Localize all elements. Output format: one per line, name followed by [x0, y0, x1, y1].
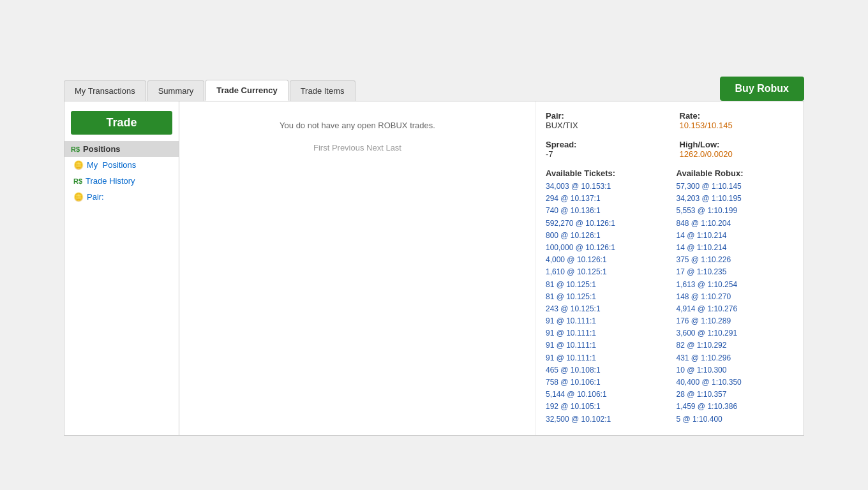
available-robux-header: Available Robux:: [677, 168, 795, 178]
ticket-order-item: 294 @ 10.137:1: [546, 193, 664, 205]
spread-col: Spread: -7: [546, 140, 661, 159]
sidebar: Trade R$ Positions 🪙 My Positions R$ Tra…: [64, 101, 179, 435]
sidebar-item-tix-trade-history[interactable]: 🪙 Pair:: [64, 189, 179, 205]
robux-icon: R$: [71, 145, 80, 153]
robux-order-item: 57,300 @ 1:10.145: [677, 181, 795, 193]
tickets-orders-list: 34,003 @ 10.153:1294 @ 10.137:1740 @ 10.…: [546, 181, 664, 426]
robux-order-item: 82 @ 1:10.292: [677, 339, 795, 352]
robux-order-item: 10 @ 1:10.300: [677, 364, 795, 376]
ticket-order-item: 1,610 @ 10.125:1: [546, 266, 664, 278]
robux-order-item: 14 @ 1:10.214: [677, 242, 795, 254]
robux-orders-list: 57,300 @ 1:10.14534,203 @ 1:10.1955,553 …: [677, 181, 795, 426]
robux-col: Available Robux: 57,300 @ 1:10.14534,203…: [677, 168, 795, 426]
robux-order-item: 17 @ 1:10.235: [677, 266, 795, 278]
high-low-value: 1262.0/0.0020: [680, 149, 795, 159]
robux-order-item: 3,600 @ 1:10.291: [677, 327, 795, 339]
robux-positions-header: R$ Positions: [64, 141, 179, 157]
tickets-col: Available Tickets: 34,003 @ 10.153:1294 …: [546, 168, 664, 426]
ticket-order-item: 243 @ 10.125:1: [546, 303, 664, 315]
ticket-order-item: 100,000 @ 10.126:1: [546, 242, 664, 254]
ticket-order-item: 91 @ 10.111:1: [546, 352, 664, 364]
robux-order-item: 176 @ 1:10.289: [677, 315, 795, 327]
robux-order-item: 4,914 @ 1:10.276: [677, 303, 795, 315]
ticket-order-item: 32,500 @ 10.102:1: [546, 413, 664, 426]
high-low-label: High/Low:: [680, 140, 795, 149]
robux-order-item: 431 @ 1:10.296: [677, 352, 795, 364]
tabs-left: My Transactions Summary Trade Currency T…: [64, 80, 355, 101]
rate-col: Rate: 10.153/10.145: [680, 111, 795, 130]
ticket-order-item: 91 @ 10.111:1: [546, 339, 664, 352]
market-panel: Pair: BUX/TIX Rate: 10.153/10.145 Spread…: [535, 101, 804, 435]
no-trades-message: You do not have any open ROBUX trades.: [189, 111, 526, 140]
robux-order-item: 40,400 @ 1:10.350: [677, 376, 795, 389]
high-low-col: High/Low: 1262.0/0.0020: [680, 140, 795, 159]
rate-label: Rate:: [680, 111, 795, 121]
pair-col: Pair: BUX/TIX: [546, 111, 661, 130]
robux-order-item: 375 @ 1:10.226: [677, 254, 795, 266]
pair-label: Pair:: [546, 111, 661, 121]
content-area: Trade R$ Positions 🪙 My Positions R$ Tra…: [64, 101, 804, 436]
ticket-order-item: 465 @ 10.108:1: [546, 364, 664, 376]
robux-trade-history-label: Trade History: [86, 176, 135, 186]
robux-order-item: 34,203 @ 1:10.195: [677, 193, 795, 205]
ticket-order-item: 800 @ 10.126:1: [546, 230, 664, 242]
available-tickets-header: Available Tickets:: [546, 168, 664, 178]
tix-icon-small: 🪙: [73, 160, 84, 170]
tab-summary[interactable]: Summary: [147, 80, 205, 101]
robux-order-item: 148 @ 1:10.270: [677, 291, 795, 303]
ticket-order-item: 192 @ 10.105:1: [546, 401, 664, 413]
ticket-order-item: 5,144 @ 10.106:1: [546, 389, 664, 401]
my-tix-positions-label: My Positions: [87, 160, 136, 170]
page-wrapper: My Transactions Summary Trade Currency T…: [0, 0, 868, 490]
robux-order-item: 28 @ 1:10.357: [677, 389, 795, 401]
sidebar-item-robux-trade-history[interactable]: R$ Trade History: [64, 173, 179, 189]
tab-my-transactions[interactable]: My Transactions: [64, 80, 146, 101]
pagination: First Previous Next Last: [189, 140, 526, 156]
trade-button[interactable]: Trade: [71, 111, 172, 135]
tix-trade-history-label: Pair:: [87, 192, 104, 202]
robux-order-item: 14 @ 1:10.214: [677, 230, 795, 242]
ticket-order-item: 81 @ 10.125:1: [546, 279, 664, 291]
robux-order-item: 1,613 @ 1:10.254: [677, 279, 795, 291]
sidebar-item-my-tix-positions[interactable]: 🪙 My Positions: [64, 157, 179, 173]
robux-order-item: 5,553 @ 1:10.199: [677, 205, 795, 217]
tix-icon-small2: 🪙: [73, 192, 84, 202]
robux-positions-label: Positions: [83, 144, 121, 154]
rate-value: 10.153/10.145: [680, 121, 795, 130]
ticket-order-item: 592,270 @ 10.126:1: [546, 218, 664, 230]
robux-order-item: 848 @ 1:10.204: [677, 218, 795, 230]
main-content: You do not have any open ROBUX trades. F…: [179, 101, 535, 435]
buy-robux-button[interactable]: Buy Robux: [720, 77, 804, 101]
robux-order-item: 5 @ 1:10.400: [677, 413, 795, 426]
ticket-order-item: 4,000 @ 10.126:1: [546, 254, 664, 266]
ticket-order-item: 91 @ 10.111:1: [546, 315, 664, 327]
ticket-order-item: 81 @ 10.125:1: [546, 291, 664, 303]
main-container: My Transactions Summary Trade Currency T…: [51, 77, 817, 436]
tabs-row: My Transactions Summary Trade Currency T…: [64, 77, 804, 101]
robux-order-item: 1,459 @ 1:10.386: [677, 401, 795, 413]
tab-trade-currency[interactable]: Trade Currency: [206, 80, 288, 101]
spread-label: Spread:: [546, 140, 661, 149]
pair-value: BUX/TIX: [546, 121, 661, 130]
orders-section: Available Tickets: 34,003 @ 10.153:1294 …: [546, 168, 794, 426]
tab-trade-items[interactable]: Trade Items: [290, 80, 355, 101]
market-info-row-1: Pair: BUX/TIX Rate: 10.153/10.145: [546, 111, 794, 130]
market-info-row-2: Spread: -7 High/Low: 1262.0/0.0020: [546, 140, 794, 159]
ticket-order-item: 91 @ 10.111:1: [546, 327, 664, 339]
spread-value: -7: [546, 149, 661, 159]
ticket-order-item: 740 @ 10.136:1: [546, 205, 664, 217]
ticket-order-item: 758 @ 10.106:1: [546, 376, 664, 389]
robux-icon-small: R$: [73, 177, 82, 185]
ticket-order-item: 34,003 @ 10.153:1: [546, 181, 664, 193]
